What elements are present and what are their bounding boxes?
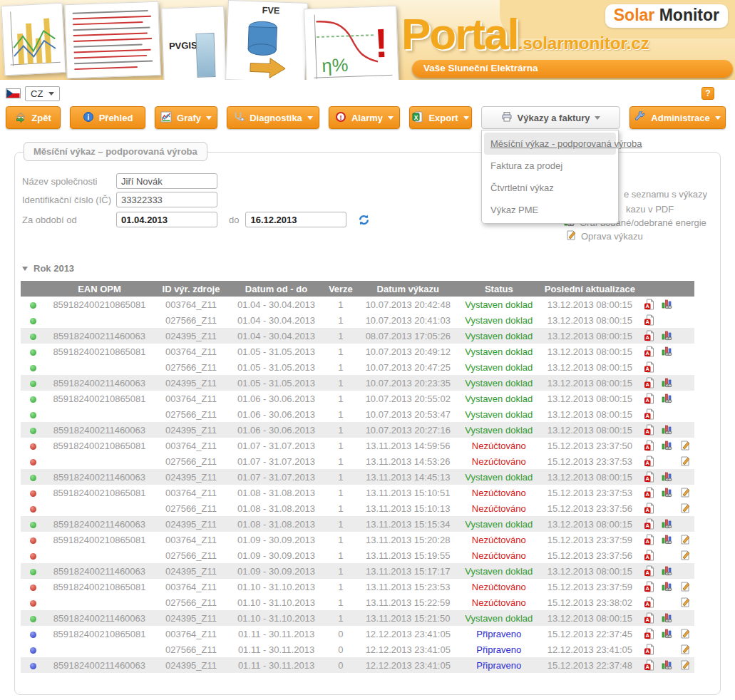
- diagnostics-button[interactable]: Diagnostika: [227, 106, 319, 129]
- help-button[interactable]: ?: [701, 87, 714, 100]
- pdf-icon[interactable]: A: [641, 297, 659, 312]
- pdf-icon[interactable]: A: [641, 328, 659, 344]
- edit-icon[interactable]: [677, 642, 694, 657]
- cell-version: 1: [324, 375, 357, 391]
- charts-button[interactable]: Grafy: [155, 106, 217, 129]
- edit-icon[interactable]: [677, 500, 694, 516]
- cell-report-date: 13.11.2013 15:10:13: [357, 500, 459, 516]
- energy-graph-icon[interactable]: [659, 579, 677, 595]
- language-select[interactable]: CZ: [25, 86, 60, 101]
- energy-graph-icon: [659, 453, 677, 469]
- status-dot: [30, 647, 36, 654]
- pdf-icon[interactable]: A: [641, 516, 659, 532]
- cell-version: 1: [324, 359, 357, 375]
- energy-graph-icon[interactable]: [659, 516, 677, 532]
- stethoscope-icon: [233, 111, 245, 125]
- edit-icon[interactable]: [677, 532, 694, 547]
- energy-graph-icon[interactable]: [659, 391, 677, 406]
- pdf-icon[interactable]: A: [641, 359, 659, 375]
- monthly-report-panel: Měsíční výkaz – podporovaná výroba Název…: [14, 152, 721, 695]
- pdf-icon[interactable]: A: [641, 375, 659, 391]
- energy-graph-icon[interactable]: [659, 344, 677, 359]
- panel-title: Měsíční výkaz – podporovaná výroba: [24, 142, 207, 161]
- svg-text:A: A: [646, 334, 650, 341]
- pdf-icon[interactable]: A: [641, 312, 659, 328]
- pdf-icon[interactable]: A: [641, 406, 659, 422]
- edit-icon[interactable]: [677, 453, 694, 469]
- cell-version: 1: [324, 312, 357, 328]
- pdf-icon[interactable]: A: [641, 422, 659, 438]
- edit-icon[interactable]: [677, 547, 694, 563]
- edit-icon[interactable]: [677, 595, 694, 610]
- period-to-field[interactable]: [245, 212, 346, 227]
- pdf-icon[interactable]: A: [641, 547, 659, 563]
- pdf-icon[interactable]: A: [641, 344, 659, 359]
- cell-period: 01.10 - 31.10.2013: [228, 595, 324, 610]
- menu-item-pme-report[interactable]: Výkaz PME: [484, 199, 616, 221]
- pdf-icon[interactable]: A: [641, 391, 659, 406]
- pdf-icon[interactable]: A: [641, 595, 659, 610]
- cell-ean: 859182400210865081: [45, 485, 154, 500]
- pdf-column-header: [641, 281, 659, 297]
- overview-button[interactable]: i Přehled: [70, 106, 145, 129]
- cell-period: 01.04 - 30.04.2013: [228, 328, 324, 344]
- energy-graph-icon[interactable]: [659, 657, 677, 673]
- edit-icon[interactable]: [677, 626, 694, 642]
- cell-status: Nezúčtováno: [459, 453, 539, 469]
- year-section-toggle[interactable]: Rok 2013: [22, 263, 720, 274]
- energy-graph-icon[interactable]: [659, 532, 677, 547]
- pdf-icon[interactable]: A: [641, 485, 659, 500]
- back-button[interactable]: Zpět: [6, 106, 61, 129]
- cell-ean: [45, 642, 154, 657]
- table-row: 859182400211460063 024395_Z11 01.10 - 31…: [21, 610, 694, 626]
- pdf-icon[interactable]: A: [641, 500, 659, 516]
- table-row: 027566_Z11 01.09 - 30.09.2013 1 13.11.20…: [21, 547, 694, 563]
- energy-graph-icon[interactable]: [659, 469, 677, 485]
- energy-graph-icon[interactable]: [659, 422, 677, 438]
- edit-icon[interactable]: [677, 579, 694, 595]
- pdf-icon[interactable]: A: [641, 642, 659, 657]
- energy-graph-icon[interactable]: [659, 438, 677, 453]
- pdf-icon[interactable]: A: [641, 453, 659, 469]
- pdf-icon[interactable]: A: [641, 438, 659, 453]
- refresh-button[interactable]: [358, 214, 370, 226]
- pdf-icon[interactable]: A: [641, 610, 659, 626]
- table-row: 859182400211460063 024395_Z11 01.06 - 30…: [21, 422, 694, 438]
- edit-icon[interactable]: [677, 657, 694, 673]
- energy-graph-icon[interactable]: [659, 375, 677, 391]
- pdf-icon[interactable]: A: [641, 657, 659, 673]
- administration-button[interactable]: Administrace: [629, 106, 726, 129]
- energy-graph-icon[interactable]: [659, 297, 677, 312]
- reports-invoices-button[interactable]: Výkazy a faktury Měsíční výkaz - podporo…: [481, 106, 620, 129]
- energy-graph-icon: [659, 406, 677, 422]
- export-button[interactable]: X Export: [409, 106, 472, 129]
- menu-item-quarterly-report[interactable]: Čtvrtletní výkaz: [484, 177, 616, 199]
- company-name-field[interactable]: [116, 173, 217, 189]
- energy-graph-icon[interactable]: [659, 563, 677, 579]
- alarms-button[interactable]: ! Alarmy: [329, 106, 400, 129]
- cell-ean: 859182400210865081: [45, 391, 154, 406]
- company-id-field[interactable]: [116, 192, 217, 207]
- cell-period: 01.06 - 30.06.2013: [228, 406, 324, 422]
- energy-graph-icon[interactable]: [659, 610, 677, 626]
- cell-version: 1: [324, 406, 357, 422]
- pdf-icon[interactable]: A: [641, 563, 659, 579]
- pdf-icon[interactable]: A: [641, 579, 659, 595]
- edit-icon[interactable]: [677, 485, 694, 500]
- period-from-field[interactable]: [116, 212, 217, 227]
- cell-report-date: 13.11.2013 15:15:34: [357, 516, 459, 532]
- energy-graph-icon[interactable]: [659, 626, 677, 642]
- energy-graph-icon[interactable]: [659, 328, 677, 344]
- pvgis-bar: [195, 33, 215, 78]
- pdf-icon[interactable]: A: [641, 532, 659, 547]
- cell-version: 1: [324, 532, 357, 547]
- pdf-icon[interactable]: A: [641, 469, 659, 485]
- menu-item-sales-invoice[interactable]: Faktura za prodej: [484, 155, 616, 177]
- cell-version: 1: [324, 610, 357, 626]
- cell-last-update: 15.12.2013 23:37:50: [539, 438, 641, 453]
- energy-graph-icon[interactable]: [659, 485, 677, 500]
- edit-icon[interactable]: [677, 438, 694, 453]
- cell-ean: 859182400211460063: [45, 328, 154, 344]
- menu-item-monthly-report[interactable]: Měsíční výkaz - podporovaná výroba: [484, 133, 616, 155]
- pdf-icon[interactable]: A: [641, 626, 659, 642]
